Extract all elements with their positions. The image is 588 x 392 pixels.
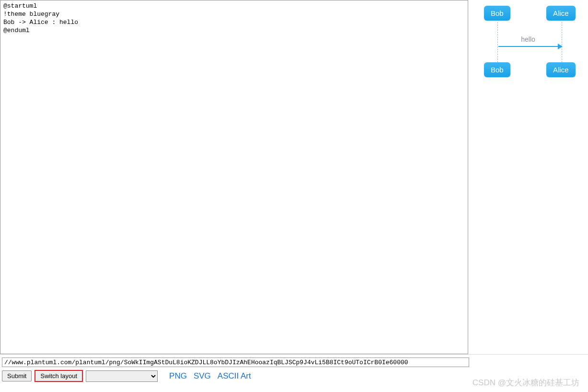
svg-link[interactable]: SVG [194,371,211,381]
png-link[interactable]: PNG [169,371,187,381]
participant-alice-top: Alice [546,6,576,21]
participant-bob-top: Bob [484,6,510,21]
url-input[interactable] [2,357,469,367]
submit-button[interactable]: Submit [2,370,32,381]
sequence-diagram: Bob Alice hello Bob Alice [475,6,581,92]
diagram-preview: Bob Alice hello Bob Alice [468,0,588,354]
message-label: hello [475,35,581,43]
participant-bob-bottom: Bob [484,62,510,77]
format-links: PNG SVG ASCII Art [169,371,251,381]
ascii-art-link[interactable]: ASCII Art [218,371,251,381]
message-arrow [498,46,560,47]
bottom-bar: Submit Switch layout PNG SVG ASCII Art [0,355,588,382]
controls-row: Submit Switch layout PNG SVG ASCII Art [2,370,586,382]
switch-layout-button[interactable]: Switch layout [35,370,83,382]
code-editor[interactable]: @startuml !theme bluegray Bob -> Alice :… [0,0,468,354]
theme-select[interactable] [86,370,158,382]
participant-alice-bottom: Alice [546,62,576,77]
arrow-head-icon [558,44,563,49]
